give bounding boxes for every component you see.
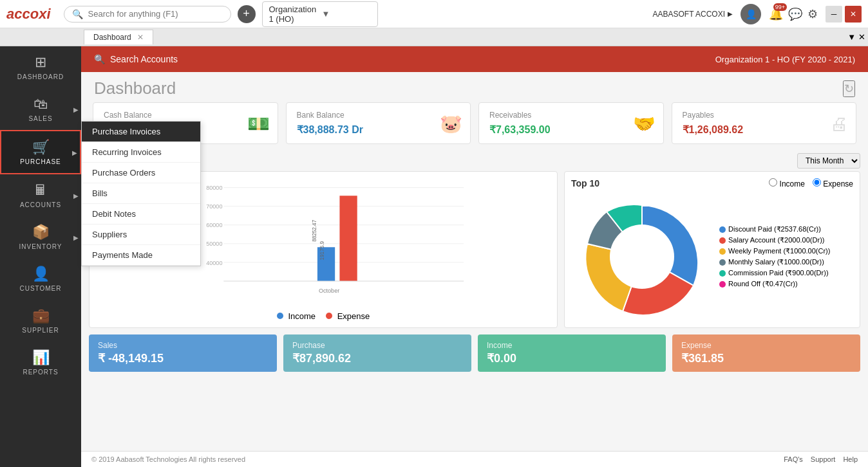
donut-chart-container: Top 10 Income Expense bbox=[564, 171, 860, 328]
dashboard-tab[interactable]: Dashboard ✕ bbox=[84, 30, 153, 44]
bank-balance-value: ₹38,888.73 Dr bbox=[297, 124, 460, 136]
legend-color-4 bbox=[719, 270, 726, 277]
svg-text:88252.47: 88252.47 bbox=[312, 219, 317, 242]
org-info-label: Organization 1 - HO (FY 2020 - 2021) bbox=[715, 55, 855, 64]
dropdown-item-bills[interactable]: Bills bbox=[82, 183, 200, 204]
message-icon[interactable]: 💬 bbox=[788, 7, 802, 21]
dashboard-icon: ⊞ bbox=[35, 54, 46, 71]
income-radio-label[interactable]: Income bbox=[769, 178, 805, 188]
org-label: Organization 1 (HO) bbox=[269, 5, 318, 24]
card-title: Receivables bbox=[489, 111, 653, 120]
dropdown-item-suppliers[interactable]: Suppliers bbox=[82, 224, 200, 245]
sidebar-item-customer[interactable]: 👤 CUSTOMER bbox=[0, 258, 81, 300]
sidebar-item-label: PURCHASE bbox=[20, 158, 61, 165]
org-selector[interactable]: Organization 1 (HO) ▼ bbox=[262, 1, 378, 27]
income-legend: Income bbox=[277, 311, 316, 321]
faq-link[interactable]: FAQ's bbox=[784, 455, 803, 463]
window-controls: ─ ✕ bbox=[826, 6, 862, 23]
legend-item-5: Round Off (₹0.47(Cr)) bbox=[719, 280, 830, 288]
expense-label: Expense bbox=[681, 341, 851, 350]
card-title: Cash Balance bbox=[104, 111, 267, 120]
dropdown-item-purchase-invoices[interactable]: Purchase Invoices bbox=[82, 122, 200, 142]
expense-bar bbox=[339, 196, 357, 281]
donut-legend: Discount Paid (₹2537.68(Cr)) Salary Acco… bbox=[719, 225, 830, 288]
expense-option-label: Expense bbox=[823, 179, 853, 188]
sales-value: ₹ -48,149.15 bbox=[98, 351, 268, 365]
expense-summary-card: Expense ₹361.85 bbox=[672, 334, 860, 372]
tab-close-all-icon[interactable]: ✕ bbox=[858, 32, 865, 42]
legend-color-2 bbox=[719, 248, 726, 255]
close-button[interactable]: ✕ bbox=[845, 6, 862, 23]
dropdown-item-payments-made[interactable]: Payments Made bbox=[82, 245, 200, 266]
donut-body: Discount Paid (₹2537.68(Cr)) Salary Acco… bbox=[571, 192, 853, 321]
legend-item-0: Discount Paid (₹2537.68(Cr)) bbox=[719, 225, 830, 234]
svg-text:October: October bbox=[319, 288, 339, 294]
sidebar-item-label: INVENTORY bbox=[19, 243, 62, 250]
income-option-label: Income bbox=[780, 179, 805, 188]
donut-header: Top 10 Income Expense bbox=[571, 178, 853, 188]
app-body: ⊞ DASHBOARD 🛍 SALES ▶ 🛒 PURCHASE ▶ 🖩 ACC… bbox=[0, 46, 868, 467]
legend-label-0: Discount Paid (₹2537.68(Cr)) bbox=[728, 225, 821, 234]
svg-text:80000: 80000 bbox=[206, 185, 222, 191]
tab-close-icon[interactable]: ✕ bbox=[137, 33, 144, 42]
legend-label-2: Weekly Payment (₹1000.00(Cr)) bbox=[728, 247, 830, 255]
payables-icon: 🖨 bbox=[830, 113, 848, 134]
expense-legend-label: Expense bbox=[337, 311, 370, 321]
user-info: AABASOFT ACCOXI ▶ bbox=[653, 10, 733, 19]
support-link[interactable]: Support bbox=[811, 455, 836, 463]
sidebar-item-purchase[interactable]: 🛒 PURCHASE ▶ bbox=[0, 130, 81, 174]
top-right-area: AABASOFT ACCOXI ▶ 👤 🔔 99+ 💬 ⚙ ─ ✕ bbox=[653, 4, 862, 24]
sales-arrow-icon: ▶ bbox=[73, 105, 79, 113]
income-radio[interactable] bbox=[769, 178, 777, 187]
app-logo: accoxi bbox=[6, 6, 51, 23]
dropdown-item-debit-notes[interactable]: Debit Notes bbox=[82, 204, 200, 224]
sales-icon: 🛍 bbox=[33, 96, 48, 113]
sidebar-item-reports[interactable]: 📊 REPORTS bbox=[0, 342, 81, 383]
expense-legend: Expense bbox=[326, 311, 370, 321]
legend-label-5: Round Off (₹0.47(Cr)) bbox=[728, 280, 798, 288]
legend-label-3: Monthly Salary (₹1000.00(Dr)) bbox=[728, 258, 824, 266]
search-input[interactable] bbox=[88, 9, 217, 19]
notification-icon[interactable]: 🔔 99+ bbox=[769, 7, 783, 21]
legend-item-3: Monthly Salary (₹1000.00(Dr)) bbox=[719, 258, 830, 266]
sidebar-item-dashboard[interactable]: ⊞ DASHBOARD bbox=[0, 46, 81, 88]
payables-card: Payables ₹1,26,089.62 🖨 bbox=[672, 102, 857, 144]
help-link[interactable]: Help bbox=[843, 455, 858, 463]
legend-label-1: Salary Account (₹2000.00(Dr)) bbox=[728, 236, 824, 244]
org-arrow-icon: ▼ bbox=[322, 9, 371, 19]
dropdown-item-purchase-orders[interactable]: Purchase Orders bbox=[82, 163, 200, 183]
sidebar-item-supplier[interactable]: 💼 SUPPLIER bbox=[0, 300, 81, 342]
add-button[interactable]: + bbox=[238, 5, 256, 23]
bottom-summary: Sales ₹ -48,149.15 Purchase ₹87,890.62 I… bbox=[81, 328, 868, 378]
settings-icon[interactable]: ⚙ bbox=[807, 7, 818, 21]
minimize-button[interactable]: ─ bbox=[826, 6, 842, 23]
sidebar-item-label: CUSTOMER bbox=[19, 285, 61, 292]
footer-links: FAQ's Support Help bbox=[784, 455, 858, 463]
legend-item-1: Salary Account (₹2000.00(Dr)) bbox=[719, 236, 830, 244]
red-header: 🔍 Search Accounts Organization 1 - HO (F… bbox=[81, 46, 868, 72]
sidebar-item-label: REPORTS bbox=[23, 369, 58, 376]
svg-text:50000: 50000 bbox=[206, 241, 222, 247]
sidebar-item-inventory[interactable]: 📦 INVENTORY ▶ bbox=[0, 216, 81, 258]
svg-text:60000: 60000 bbox=[206, 222, 222, 228]
avatar[interactable]: 👤 bbox=[741, 4, 761, 24]
notification-badge: 99+ bbox=[773, 3, 787, 11]
purchase-icon: 🛒 bbox=[32, 139, 50, 156]
expense-radio[interactable] bbox=[813, 178, 821, 187]
search-accounts-btn[interactable]: 🔍 Search Accounts bbox=[94, 54, 178, 64]
sidebar-item-accounts[interactable]: 🖩 ACCOUNTS ▶ bbox=[0, 174, 81, 216]
expense-value: ₹361.85 bbox=[681, 351, 851, 365]
search-bar[interactable]: 🔍 bbox=[64, 6, 231, 23]
tab-expand-icon[interactable]: ▼ bbox=[847, 32, 856, 42]
month-selector[interactable]: This Month bbox=[797, 153, 860, 169]
sidebar-item-sales[interactable]: 🛍 SALES ▶ bbox=[0, 88, 81, 130]
inventory-icon: 📦 bbox=[32, 224, 50, 241]
refresh-button[interactable]: ↻ bbox=[843, 80, 855, 97]
inventory-arrow-icon: ▶ bbox=[73, 234, 79, 241]
tab-bar-right: ▼ ✕ bbox=[847, 32, 868, 42]
legend-item-4: Commission Paid (₹900.00(Dr)) bbox=[719, 269, 830, 277]
search-accounts-label: Search Accounts bbox=[110, 54, 178, 64]
dropdown-item-recurring-invoices[interactable]: Recurring Invoices bbox=[82, 142, 200, 163]
income-legend-label: Income bbox=[288, 311, 316, 321]
expense-radio-label[interactable]: Expense bbox=[813, 178, 853, 188]
